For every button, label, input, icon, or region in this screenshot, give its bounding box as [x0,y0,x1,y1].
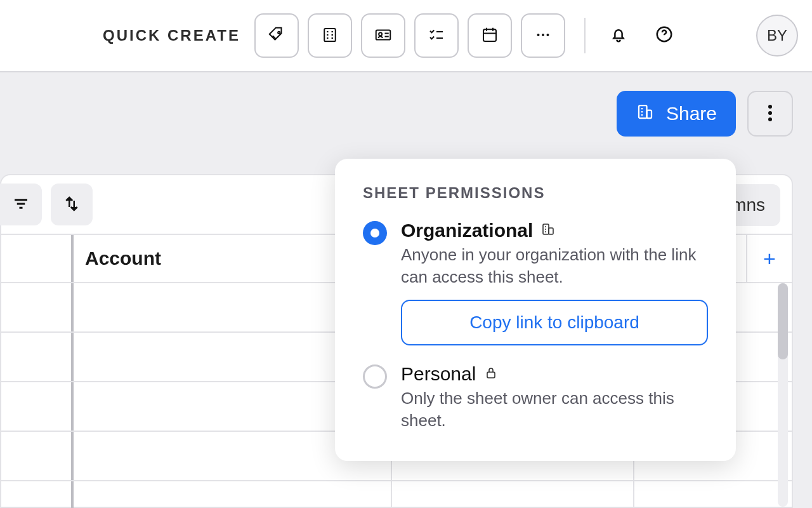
notifications-button[interactable] [605,22,632,50]
lock-icon [483,363,499,385]
svg-rect-4 [483,29,496,41]
svg-point-12 [768,111,772,115]
topbar-separator [584,18,586,53]
share-button-label: Share [666,103,717,124]
manage-columns-label: mns [731,195,765,215]
copy-link-button[interactable]: Copy link to clipboard [401,300,708,345]
permission-label-organizational: Organizational [401,220,708,241]
action-more-button[interactable] [747,91,793,137]
org-icon [540,220,556,241]
svg-rect-2 [376,30,391,39]
action-bar: Share [0,72,812,155]
svg-point-7 [546,34,549,36]
radio-organizational[interactable] [363,221,387,245]
tag-icon [267,25,286,46]
sort-button[interactable] [51,184,93,225]
quick-create-event-button[interactable] [468,13,512,58]
table-row[interactable] [1,481,792,508]
permission-label-personal: Personal [401,363,708,385]
quick-create-more-button[interactable] [521,13,565,58]
filter-button[interactable] [0,184,42,225]
share-button[interactable]: Share [617,91,736,137]
permission-option-organizational[interactable]: Organizational Anyone in your organizati… [363,220,708,345]
filter-icon [11,194,30,215]
popover-title: SHEET PERMISSIONS [363,184,708,202]
permission-desc-personal: Only the sheet owner can access this she… [401,387,708,432]
svg-rect-16 [487,372,495,378]
quick-create-label: QUICK CREATE [103,27,240,44]
add-column-button[interactable]: + [746,235,792,282]
svg-point-6 [542,34,544,36]
svg-rect-15 [549,228,553,234]
scrollbar[interactable] [778,283,788,507]
top-bar: QUICK CREATE [0,0,812,72]
sort-icon [62,194,81,215]
calendar-icon [480,25,499,46]
kebab-icon [768,104,773,124]
ellipsis-icon [534,25,553,46]
help-button[interactable] [650,22,678,50]
checklist-icon [427,25,446,46]
org-icon [636,102,655,126]
bell-icon [609,25,628,46]
share-popover: SHEET PERMISSIONS Organizational Anyone … [335,159,736,461]
svg-point-3 [379,32,382,36]
quick-create-task-button[interactable] [414,13,459,58]
help-icon [655,25,674,46]
checkbox-column-header[interactable] [1,235,74,282]
quick-create-contact-button[interactable] [361,13,405,58]
quick-create-building-button[interactable] [308,13,352,58]
svg-point-13 [768,117,772,121]
quick-create-tag-button[interactable] [254,13,299,58]
permission-option-personal[interactable]: Personal Only the sheet owner can access… [363,363,708,432]
building-icon [320,25,339,46]
id-card-icon [374,25,393,46]
permission-desc-organizational: Anyone in your organization with the lin… [401,244,708,288]
svg-point-5 [537,34,539,36]
svg-point-0 [278,31,280,33]
svg-rect-1 [324,29,336,41]
svg-point-11 [768,105,772,109]
radio-personal[interactable] [363,364,387,389]
svg-rect-10 [646,110,652,118]
avatar-initials: BY [767,27,787,44]
scrollbar-thumb[interactable] [778,283,788,359]
avatar[interactable]: BY [756,15,798,57]
